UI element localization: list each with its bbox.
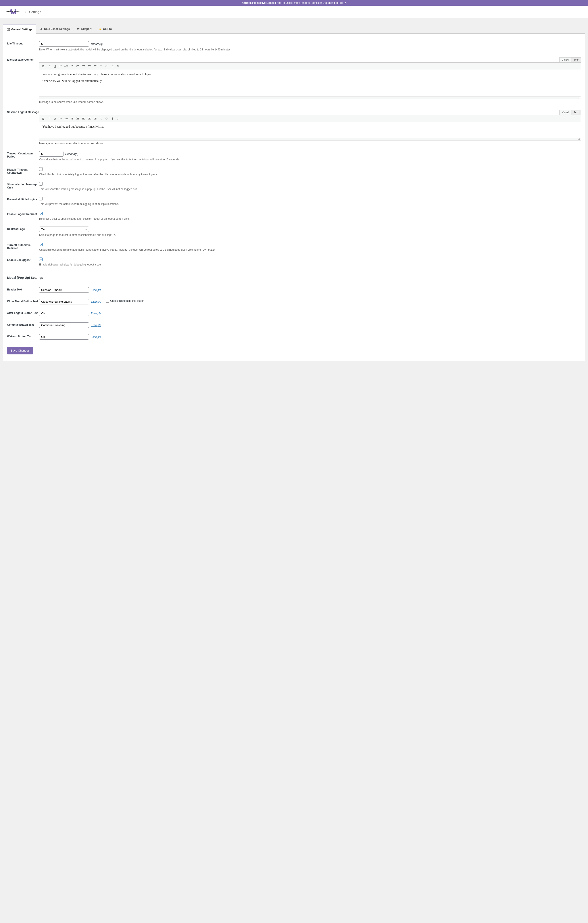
svg-rect-20 — [77, 67, 79, 67]
svg-rect-45 — [88, 118, 90, 118]
undo-button[interactable] — [98, 116, 103, 121]
svg-rect-26 — [88, 67, 90, 67]
debugger-checkbox[interactable] — [39, 258, 43, 261]
svg-rect-39 — [77, 118, 79, 119]
svg-rect-21 — [82, 65, 85, 66]
hide-close-btn-label: Check this to hide this button — [110, 299, 144, 302]
ul-button[interactable] — [69, 116, 75, 121]
align-center-button[interactable] — [87, 116, 92, 121]
upgrade-banner: You're using Inactive Logout Free. To un… — [0, 0, 588, 6]
bold-button[interactable]: B — [41, 116, 46, 121]
divider: / — [25, 10, 26, 13]
align-right-button[interactable] — [92, 64, 98, 69]
editor-tab-text[interactable]: Text — [571, 110, 581, 115]
editor-resize[interactable] — [39, 138, 581, 141]
editor-tab-visual[interactable]: Visual — [560, 57, 572, 62]
editor-toolbar: B I U ABE 123 — [39, 62, 581, 70]
italic-button[interactable]: I — [46, 64, 52, 69]
ul-button[interactable] — [69, 64, 75, 69]
svg-point-8 — [41, 28, 41, 29]
tab-label: Role Based Settings — [44, 28, 70, 31]
align-center-button[interactable] — [87, 64, 92, 69]
example-link[interactable]: Example — [91, 335, 101, 338]
redo-button[interactable] — [104, 64, 109, 69]
continue-btn-input[interactable] — [39, 322, 89, 328]
align-right-button[interactable] — [92, 116, 98, 121]
tab-support[interactable]: Support — [73, 25, 95, 33]
example-link[interactable]: Example — [91, 312, 101, 315]
example-link[interactable]: Example — [91, 289, 101, 292]
svg-text:3: 3 — [77, 66, 77, 67]
svg-rect-44 — [82, 119, 85, 120]
hide-close-btn-checkbox[interactable] — [106, 299, 109, 303]
link-button[interactable] — [110, 64, 115, 69]
editor-tab-visual[interactable]: Visual — [560, 110, 572, 115]
idle-message-editor: Visual Text B I U ABE 123 — [39, 57, 581, 99]
ol-button[interactable]: 123 — [75, 116, 80, 121]
idle-timeout-unit: Minute(s) — [91, 42, 103, 46]
tab-role-based[interactable]: Role Based Settings — [36, 25, 73, 33]
warning-only-checkbox[interactable] — [39, 182, 43, 186]
underline-button[interactable]: U — [52, 64, 57, 69]
strike-button[interactable]: ABE — [64, 64, 69, 69]
editor-tab-text[interactable]: Text — [571, 57, 581, 62]
svg-rect-24 — [88, 65, 90, 66]
countdown-input[interactable] — [39, 151, 64, 157]
tab-go-pro[interactable]: ★ Go Pro — [95, 25, 115, 33]
link-button[interactable] — [110, 116, 115, 121]
fullscreen-button[interactable] — [115, 64, 121, 69]
close-btn-input[interactable] — [39, 299, 89, 304]
italic-button[interactable]: I — [46, 116, 52, 121]
svg-rect-50 — [94, 119, 96, 120]
disable-countdown-label: Disable Timeout Countdown — [7, 167, 39, 174]
svg-point-32 — [71, 118, 71, 119]
session-logout-content[interactable]: You have been logged out because of inac… — [39, 122, 581, 138]
idle-message-label: Idle Message Content — [7, 57, 39, 61]
settings-icon — [7, 28, 10, 31]
underline-button[interactable]: U — [52, 116, 57, 121]
upgrade-link[interactable]: Upgrading to Pro — [323, 1, 343, 5]
svg-point-11 — [71, 66, 71, 66]
svg-rect-41 — [77, 119, 79, 120]
align-left-button[interactable] — [81, 64, 86, 69]
tab-label: General Settings — [11, 28, 32, 31]
header-text-label: Header Text — [7, 287, 39, 291]
wakeup-btn-input[interactable] — [39, 334, 89, 340]
enable-redirect-checkbox[interactable] — [39, 212, 43, 215]
align-left-button[interactable] — [81, 116, 86, 121]
svg-rect-33 — [72, 118, 73, 119]
redo-button[interactable] — [104, 116, 109, 121]
disable-countdown-checkbox[interactable] — [39, 167, 43, 171]
prevent-multi-desc: This will prevent the same user from log… — [39, 202, 581, 205]
bold-button[interactable]: B — [41, 64, 46, 69]
turn-off-auto-desc: Check this option to disable automatic r… — [39, 248, 581, 251]
redirect-page-desc: Select a page to redirect to after sessi… — [39, 233, 581, 236]
example-link[interactable]: Example — [91, 324, 101, 327]
countdown-desc: Countdown before the actual logout to th… — [39, 158, 581, 161]
redirect-page-select[interactable]: Test — [39, 227, 89, 232]
after-logout-input[interactable] — [39, 310, 89, 316]
svg-rect-43 — [82, 118, 84, 119]
idle-message-content[interactable]: You are being timed-out out due to inact… — [39, 70, 581, 97]
svg-rect-29 — [94, 67, 96, 67]
svg-rect-12 — [72, 66, 73, 66]
prevent-multi-label: Prevent Multiple Logins — [7, 197, 39, 201]
tab-general-settings[interactable]: General Settings — [3, 25, 36, 34]
quote-button[interactable] — [58, 116, 63, 121]
turn-off-auto-checkbox[interactable] — [39, 243, 43, 246]
example-link[interactable]: Example — [91, 300, 101, 303]
editor-resize[interactable] — [39, 97, 581, 99]
idle-timeout-label: Idle Timeout — [7, 41, 39, 45]
strike-button[interactable]: ABE — [64, 116, 69, 121]
save-button[interactable]: Save Changes — [7, 347, 33, 355]
prevent-multi-checkbox[interactable] — [39, 197, 43, 200]
logo-icon: INACTIVE LOGOUT — [5, 8, 22, 15]
idle-timeout-input[interactable] — [39, 41, 89, 47]
header-text-input[interactable] — [39, 287, 89, 293]
undo-button[interactable] — [98, 64, 103, 69]
svg-rect-48 — [94, 118, 96, 118]
ol-button[interactable]: 123 — [75, 64, 80, 69]
quote-button[interactable] — [58, 64, 63, 69]
fullscreen-button[interactable] — [115, 116, 121, 121]
banner-close-icon[interactable]: ✕ — [345, 1, 347, 5]
